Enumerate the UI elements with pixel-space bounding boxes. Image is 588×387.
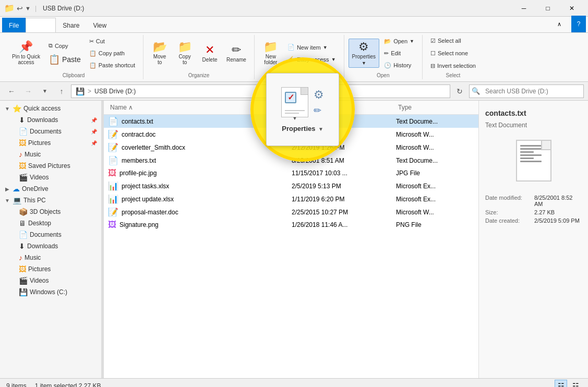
sidebar-item-documents-pc[interactable]: 📄 Documents — [6, 229, 101, 240]
refresh-button[interactable]: ↻ — [452, 84, 467, 99]
file-icon: 📊 — [108, 194, 118, 204]
sidebar-item-music-pc[interactable]: ♪ Music — [6, 252, 101, 263]
ribbon-group-organize: 📂 Moveto 📁 Copyto ✕ Delete ✏ Rename Orga… — [143, 35, 255, 79]
ribbon-tabs: File Home Share View ∧ ? — [0, 17, 588, 32]
minimize-button[interactable]: ─ — [512, 0, 536, 17]
up-button[interactable]: ↑ — [54, 84, 69, 99]
file-name-text: contacts.txt — [122, 118, 153, 125]
ribbon-group-open: ⚙ Properties ▼ 📂 Open ▼ ✏ Edit 🕒 — [344, 35, 423, 79]
paste-button[interactable]: 📋 Paste — [45, 52, 85, 67]
pictures-pc-icon: 🖼 — [19, 265, 26, 273]
col-type[interactable]: Type — [396, 103, 474, 112]
copy-button[interactable]: ⧉ Copy — [45, 40, 85, 52]
file-row[interactable]: 📝 proposal-master.doc 2/25/2015 10:27 PM… — [104, 205, 478, 219]
videos-icon: 🎬 — [19, 173, 28, 182]
new-item-button[interactable]: 📄 New item ▼ — [284, 42, 340, 53]
quick-access-header[interactable]: ▼ ⭐ Quick access — [0, 103, 101, 114]
popup-inner: ✓ ▼ ⚙ ✏ Properties ▼ — [266, 73, 339, 146]
file-row[interactable]: 📊 project tasks.xlsx 2/5/2019 5:13 PM Mi… — [104, 179, 478, 192]
select-col: ☑ Select all ☐ Select none ⊟ Invert sele… — [427, 35, 479, 71]
customize-icon[interactable]: ▼ — [25, 5, 31, 11]
clipboard-label: Clipboard — [8, 71, 139, 79]
rename-button[interactable]: ✏ Rename — [223, 39, 250, 68]
back-button[interactable]: ← — [4, 84, 19, 99]
select-buttons: ☑ Select all ☐ Select none ⊟ Invert sele… — [427, 35, 479, 71]
open-button[interactable]: 📂 Open ▼ — [380, 35, 418, 47]
file-date: 1/11/2019 6:20 PM — [292, 196, 396, 203]
paste-shortcut-icon: 📋 — [89, 62, 97, 69]
search-box[interactable]: 🔍 — [469, 84, 584, 98]
popup-label-container: Properties ▼ — [282, 125, 323, 132]
sidebar-item-pictures-pc[interactable]: 🖼 Pictures — [6, 263, 101, 275]
tab-home[interactable]: Home — [26, 18, 56, 32]
forward-button[interactable]: → — [21, 84, 35, 99]
tab-share[interactable]: Share — [56, 18, 86, 32]
details-filetype: Text Document — [485, 122, 582, 129]
new-folder-icon: 📁 — [263, 41, 278, 53]
copy-to-icon: 📁 — [178, 41, 192, 53]
sidebar-item-3d-objects[interactable]: 📦 3D Objects — [6, 206, 101, 217]
quick-access-icon[interactable]: ↩ — [17, 4, 23, 13]
edit-icon: ✏ — [384, 50, 389, 57]
move-to-button[interactable]: 📂 Moveto — [148, 39, 172, 68]
file-name-text: project tasks.xlsx — [122, 183, 169, 190]
file-type: Microsoft Ex... — [396, 183, 474, 190]
invert-selection-button[interactable]: ⊟ Invert selection — [427, 60, 479, 71]
select-all-button[interactable]: ☑ Select all — [427, 35, 479, 46]
file-name-text: members.txt — [122, 157, 156, 164]
popup-circle: ✓ ▼ ⚙ ✏ Properties ▼ — [250, 57, 355, 162]
sidebar-item-desktop[interactable]: 🖥 Desktop — [6, 217, 101, 229]
edit-button[interactable]: ✏ Edit — [380, 47, 418, 59]
file-name-text: Signature.png — [119, 221, 159, 228]
maximize-button[interactable]: □ — [536, 0, 560, 17]
window-title: USB Drive (D:) — [43, 5, 512, 12]
sidebar-item-videos-quick[interactable]: 🎬 Videos — [6, 172, 101, 183]
ribbon-toggle[interactable]: ∧ — [547, 16, 571, 32]
popup-arrow: ▼ — [318, 126, 323, 132]
delete-button[interactable]: ✕ Delete — [198, 39, 222, 68]
cut-button[interactable]: ✂ Cut — [86, 35, 139, 47]
file-row[interactable]: 📊 project update.xlsx 1/11/2019 6:20 PM … — [104, 192, 478, 205]
sidebar-item-saved-pictures[interactable]: 🖼 Saved Pictures — [6, 160, 101, 172]
file-name-text: coverletter_Smith.docx — [122, 144, 185, 151]
select-none-button[interactable]: ☐ Select none — [427, 47, 479, 59]
file-icon: 🖼 — [108, 220, 116, 229]
music-pc-icon: ♪ — [19, 253, 22, 262]
dropdown-arrow: ▼ — [323, 45, 328, 50]
help-button[interactable]: ? — [571, 16, 586, 32]
sidebar-item-videos-pc[interactable]: 🎬 Videos — [6, 275, 101, 286]
tab-file[interactable]: File — [2, 18, 26, 32]
file-icon: 📝 — [108, 129, 118, 139]
sidebar-item-music-quick[interactable]: ♪ Music — [6, 149, 101, 160]
sidebar-item-onedrive[interactable]: ▶ ☁ OneDrive — [0, 183, 101, 195]
details-view-button[interactable]: ☷ — [555, 380, 567, 388]
sidebar-item-pictures-quick[interactable]: 🖼 Pictures 📌 — [6, 137, 101, 149]
file-row[interactable]: 🖼 Signature.png 1/26/2018 11:46 A... PNG… — [104, 219, 478, 231]
pin-to-quick-access-button[interactable]: 📌 Pin to Quick access — [8, 39, 44, 68]
paste-shortcut-button[interactable]: 📋 Paste shortcut — [86, 59, 139, 71]
history-button[interactable]: 🕒 History — [380, 59, 418, 71]
3d-objects-icon: 📦 — [19, 208, 28, 216]
path-icon: 💾 — [76, 87, 85, 95]
large-icons-view-button[interactable]: ☷ — [569, 380, 582, 388]
gear-icon: ⚙ — [314, 88, 324, 102]
sidebar-item-downloads-pc[interactable]: ⬇ Downloads — [6, 240, 101, 252]
recent-locations-button[interactable]: ▼ — [38, 84, 52, 99]
close-button[interactable]: ✕ — [560, 0, 584, 17]
tab-view[interactable]: View — [86, 18, 113, 32]
file-icon: 📄 — [108, 155, 118, 165]
sidebar-item-this-pc[interactable]: ▼ 💻 This PC — [0, 195, 101, 206]
sidebar-item-documents-quick[interactable]: 📄 Documents 📌 — [6, 126, 101, 137]
sidebar-item-downloads-quick[interactable]: ⬇ Downloads 📌 — [6, 114, 101, 126]
file-row[interactable]: 🖼 profile-pic.jpg 11/15/2017 10:03 ... J… — [104, 167, 478, 179]
ribbon-group-select: ☑ Select all ☐ Select none ⊟ Invert sele… — [423, 35, 484, 79]
doc-lines — [285, 110, 305, 114]
documents-pc-icon: 📄 — [19, 231, 28, 239]
copy-path-button[interactable]: 📋 Copy path — [86, 47, 139, 59]
ribbon-group-clipboard: 📌 Pin to Quick access ⧉ Copy 📋 Paste — [4, 35, 143, 79]
window-controls: ─ □ ✕ — [512, 0, 584, 17]
sidebar-item-windows-c[interactable]: 💾 Windows (C:) — [6, 286, 101, 298]
file-name-text: contract.doc — [122, 131, 155, 138]
copy-to-button[interactable]: 📁 Copyto — [173, 39, 197, 68]
search-input[interactable] — [482, 85, 583, 98]
